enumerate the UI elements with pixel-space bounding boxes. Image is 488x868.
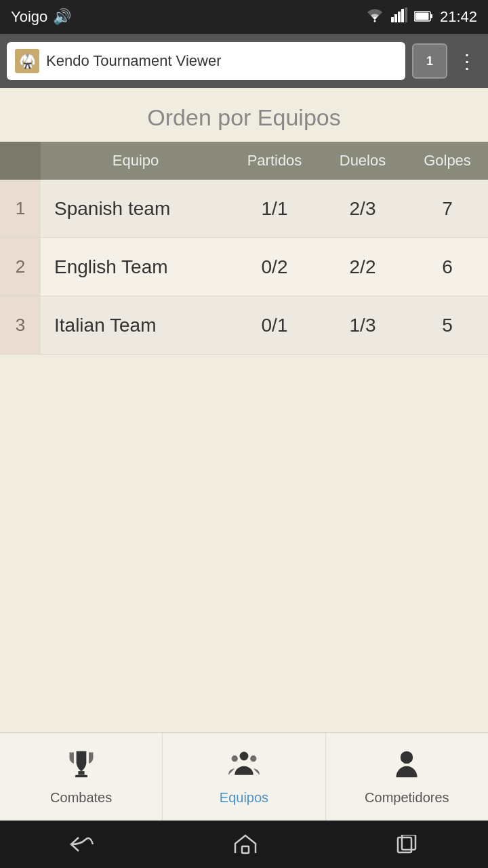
tab-combates[interactable]: Combates [0,733,163,821]
table-header: Equipo Partidos Duelos Golpes [0,142,488,180]
header-golpes: Golpes [407,142,488,180]
svg-point-13 [250,755,256,762]
team-icon [228,749,260,786]
browser-bar: 🥋 Kendo Tournament Viewer 1 ⋮ [0,34,488,88]
header-team: Equipo [41,142,230,180]
table-row[interactable]: 2 English Team 0/2 2/2 6 [0,238,488,296]
person-icon [391,749,422,786]
back-button[interactable] [68,835,96,854]
team-name-1: Spanish team [41,180,230,237]
app-title: Kendo Tournament Viewer [46,52,221,70]
signal-icon [391,7,407,26]
tab-count: 1 [426,54,433,68]
svg-rect-7 [430,14,432,18]
status-bar: Yoigo 🔊 [0,0,488,34]
header-rank [0,142,41,180]
battery-icon [414,8,433,26]
three-dots-icon: ⋮ [458,50,478,73]
svg-point-11 [240,751,249,760]
recents-button[interactable] [395,835,420,854]
svg-rect-5 [405,7,407,22]
golpes-1: 7 [407,180,488,237]
svg-rect-9 [78,771,84,775]
svg-point-0 [373,20,375,22]
status-left: Yoigo 🔊 [11,8,71,26]
partidos-1: 1/1 [230,180,319,237]
svg-point-12 [232,755,238,762]
svg-point-14 [401,751,413,763]
duelos-1: 2/3 [319,180,407,237]
rank-1: 1 [0,180,41,237]
tab-competidores[interactable]: Competidores [326,733,488,821]
rank-3: 3 [0,296,41,354]
system-nav-bar [0,821,488,868]
wifi-icon [365,7,384,26]
table-row[interactable]: 1 Spanish team 1/1 2/3 7 [0,180,488,238]
tab-bar: Combates Equipos Competidores [0,732,488,821]
duelos-3: 1/3 [319,296,407,354]
header-partidos: Partidos [230,142,319,180]
status-right: 21:42 [365,7,477,26]
rankings-table: Equipo Partidos Duelos Golpes 1 Spanish … [0,142,488,732]
volume-icon: 🔊 [53,8,71,26]
menu-button[interactable]: ⋮ [454,43,481,79]
app-icon: 🥋 [15,49,39,73]
time-label: 21:42 [440,8,477,26]
svg-rect-8 [415,13,428,20]
svg-rect-15 [242,846,249,853]
tab-combates-label: Combates [50,790,112,806]
svg-rect-3 [398,12,401,22]
svg-rect-2 [394,14,397,22]
page-title: Orden por Equipos [0,88,488,142]
team-name-2: English Team [41,238,230,296]
carrier-label: Yoigo [11,8,47,26]
golpes-2: 6 [407,238,488,296]
partidos-2: 0/2 [230,238,319,296]
trophy-icon [66,749,97,786]
partidos-3: 0/1 [230,296,319,354]
header-duelos: Duelos [319,142,407,180]
tab-equipos-label: Equipos [220,790,268,806]
team-name-3: Italian Team [41,296,230,354]
svg-rect-1 [391,17,394,22]
home-button[interactable] [233,834,258,854]
svg-rect-10 [75,774,87,777]
main-content: Orden por Equipos Equipo Partidos Duelos… [0,88,488,732]
tab-equipos[interactable]: Equipos [163,733,325,821]
table-row[interactable]: 3 Italian Team 0/1 1/3 5 [0,296,488,355]
golpes-3: 5 [407,296,488,354]
rank-2: 2 [0,238,41,296]
address-bar[interactable]: 🥋 Kendo Tournament Viewer [7,42,405,80]
tab-switcher-button[interactable]: 1 [412,43,447,79]
tab-competidores-label: Competidores [365,790,449,806]
duelos-2: 2/2 [319,238,407,296]
svg-rect-4 [401,9,404,22]
